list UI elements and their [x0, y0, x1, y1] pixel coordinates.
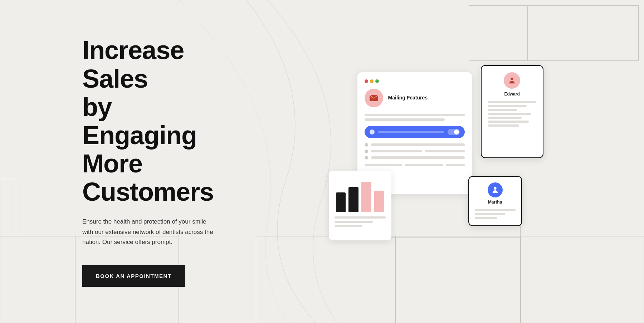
card-line-1	[365, 114, 465, 116]
card-main-title: Mailing Features	[388, 94, 428, 101]
left-section: Increase Sales by Engaging More Customer…	[0, 36, 228, 287]
chart-line-1	[335, 216, 386, 219]
card-rows	[365, 143, 465, 166]
cards-container: Mailing Features	[329, 54, 543, 255]
card-row-3	[365, 156, 465, 160]
svg-point-2	[494, 187, 496, 189]
right-section: Mailing Features	[228, 0, 644, 323]
bar-dark-1	[336, 192, 346, 212]
card-martha: Martha	[468, 176, 522, 226]
martha-line-3	[475, 217, 497, 219]
martha-line-2	[475, 213, 506, 215]
edward-line-6	[488, 121, 529, 123]
bar-pink-2	[374, 191, 384, 212]
martha-lines	[475, 209, 516, 219]
toggle-knob	[454, 129, 459, 134]
card-edward: Edward	[481, 65, 543, 158]
row-dot-1	[365, 143, 368, 147]
main-content: Increase Sales by Engaging More Customer…	[0, 0, 644, 323]
bar-pink-1	[361, 182, 371, 212]
row-line-2b	[425, 150, 465, 152]
hero-title-line1: Increase Sales	[82, 36, 184, 93]
edward-line-1	[488, 101, 536, 103]
hero-title-line3: More Customers	[82, 149, 214, 206]
card-row-1	[365, 143, 465, 147]
card-chart	[329, 171, 391, 240]
toggle-bar	[365, 126, 465, 138]
bottom-line-2	[405, 164, 443, 166]
chart-bars	[335, 176, 386, 212]
person-icon-blue	[491, 186, 499, 194]
edward-line-3	[488, 109, 517, 111]
mailing-icon-circle	[365, 89, 383, 107]
svg-point-1	[511, 77, 513, 80]
toggle-circle-left	[370, 129, 375, 134]
edward-avatar	[504, 72, 520, 89]
dot-green	[375, 79, 379, 83]
edward-line-5	[488, 117, 522, 119]
hero-title: Increase Sales by Engaging More Customer…	[82, 36, 214, 206]
dot-red	[365, 79, 368, 83]
martha-avatar	[488, 182, 503, 197]
chart-line-2	[335, 221, 373, 223]
toggle-track	[378, 131, 444, 133]
martha-line-1	[475, 209, 516, 211]
row-dot-3	[365, 156, 368, 160]
bar-dark-2	[348, 187, 358, 212]
card-line-2	[365, 118, 445, 121]
card-dots	[365, 79, 465, 83]
edward-name: Edward	[488, 92, 536, 97]
card-bottom-lines	[365, 164, 465, 166]
chart-line-3	[335, 225, 363, 227]
row-line-3	[371, 156, 465, 159]
bottom-line-3	[446, 164, 465, 166]
card-header: Mailing Features	[365, 89, 465, 107]
card-row-2	[365, 150, 465, 153]
chart-lines	[335, 216, 386, 227]
dot-yellow	[370, 79, 374, 83]
row-line-1	[371, 143, 465, 146]
edward-line-7	[488, 124, 519, 127]
row-line-2	[371, 150, 422, 152]
toggle-switch	[448, 129, 460, 135]
person-icon	[508, 77, 516, 84]
envelope-icon	[370, 95, 378, 101]
row-dot-2	[365, 150, 368, 153]
edward-line-2	[488, 105, 527, 107]
edward-line-4	[488, 113, 532, 115]
edward-lines	[488, 101, 536, 127]
martha-name: Martha	[475, 200, 516, 205]
book-appointment-button[interactable]: Book An Appointment	[82, 265, 185, 287]
hero-subtitle: Ensure the health and protection of your…	[82, 217, 214, 247]
hero-title-line2: by Engaging	[82, 93, 197, 150]
bottom-line-1	[365, 164, 402, 166]
